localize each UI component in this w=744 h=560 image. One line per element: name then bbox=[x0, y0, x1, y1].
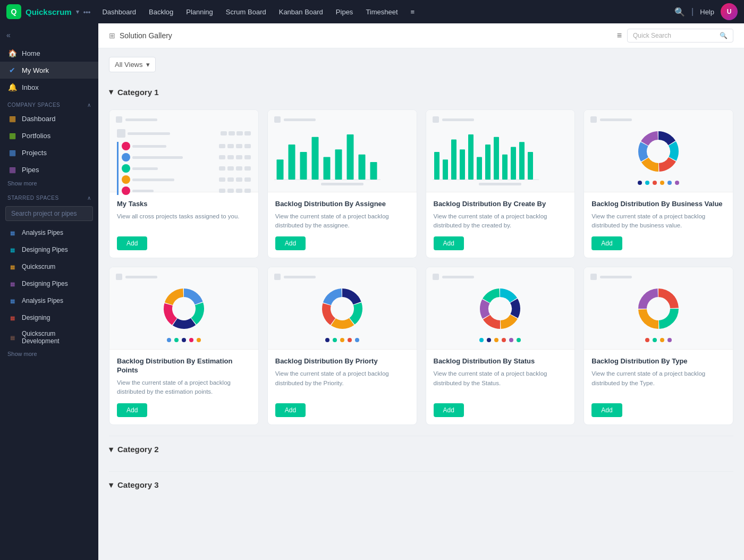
card-body: Backlog Distribution By Priorty View the… bbox=[268, 350, 417, 424]
sidebar-item-pipes[interactable]: ▦ Pipes bbox=[0, 161, 98, 178]
svg-rect-13 bbox=[451, 139, 456, 180]
card-title: Backlog Distribution By Estimation Point… bbox=[117, 357, 251, 375]
all-views-dropdown[interactable]: All Views ▾ bbox=[109, 57, 156, 72]
svg-rect-4 bbox=[311, 137, 318, 180]
card-my-tasks: My Tasks View all cross projects tasks a… bbox=[109, 109, 259, 258]
card-add-button[interactable]: Add bbox=[434, 236, 464, 250]
pipes-icon: ▦ bbox=[7, 165, 17, 174]
svg-rect-12 bbox=[443, 159, 448, 180]
svg-rect-3 bbox=[300, 152, 307, 180]
card-title: My Tasks bbox=[117, 200, 251, 209]
nav-right: 🔍 | Help U bbox=[674, 3, 738, 20]
sidebar-collapse-btn[interactable]: « bbox=[5, 30, 12, 40]
sidebar-item-portfolios[interactable]: ▦ Portfolios bbox=[0, 127, 98, 144]
card-body: Backlog Distribution By Status View the … bbox=[426, 350, 575, 424]
dropdown-arrow-icon[interactable]: ▾ bbox=[76, 9, 79, 15]
category-2-header[interactable]: ▾ Category 2 bbox=[109, 438, 733, 461]
svg-rect-17 bbox=[485, 145, 491, 180]
nav-kanban-board[interactable]: Kanban Board bbox=[274, 5, 328, 19]
main-content: ⊞ Solution Gallery ≡ Quick Search 🔍 All … bbox=[98, 23, 744, 560]
card-description: View the current state of a project back… bbox=[591, 369, 725, 396]
svg-rect-22 bbox=[528, 152, 533, 180]
logo-icon: Q bbox=[6, 4, 21, 19]
sidebar-item-projects[interactable]: ▦ Projects bbox=[0, 144, 98, 161]
card-backlog-business-value: Backlog Distribution By Business Value V… bbox=[584, 109, 733, 258]
svg-rect-2 bbox=[288, 145, 295, 180]
nav-pipes[interactable]: Pipes bbox=[331, 5, 359, 19]
nav-timesheet[interactable]: Timesheet bbox=[360, 5, 403, 19]
category-1-label: Category 1 bbox=[117, 88, 159, 97]
sidebar-item-designing-pipes2[interactable]: ▦ Designing Pipes bbox=[0, 275, 98, 292]
card-add-button[interactable]: Add bbox=[117, 236, 147, 250]
nav-scrum-board[interactable]: Scrum Board bbox=[221, 5, 272, 19]
sidebar-item-mywork[interactable]: ✔ My Work bbox=[0, 62, 98, 79]
content-header-left: ⊞ Solution Gallery bbox=[109, 31, 172, 40]
card-add-button[interactable]: Add bbox=[591, 236, 622, 250]
svg-rect-14 bbox=[460, 149, 465, 180]
card-add-button[interactable]: Add bbox=[117, 403, 147, 417]
quick-search-box[interactable]: Quick Search 🔍 bbox=[627, 29, 733, 43]
quickscrum-icon: ▦ bbox=[7, 262, 17, 271]
sidebar-item-dashboard[interactable]: ▦ Dashboard bbox=[0, 110, 98, 127]
card-preview-donut bbox=[426, 267, 575, 350]
card-add-button[interactable]: Add bbox=[275, 236, 306, 250]
preview-header bbox=[274, 116, 410, 123]
card-backlog-status: Backlog Distribution By Status View the … bbox=[426, 267, 576, 425]
category-3-header[interactable]: ▾ Category 3 bbox=[109, 474, 733, 496]
top-navigation: Q Quickscrum ▾ ••• Dashboard Backlog Pla… bbox=[0, 0, 744, 23]
starred-spaces-show-more[interactable]: Show more bbox=[0, 349, 98, 359]
svg-rect-7 bbox=[346, 134, 353, 180]
chevron-up-icon[interactable]: ∧ bbox=[87, 102, 91, 108]
svg-rect-8 bbox=[358, 155, 365, 180]
card-title: Backlog Distribution By Assignee bbox=[275, 200, 409, 209]
nav-menu-icon[interactable]: ≡ bbox=[405, 5, 420, 19]
card-preview-bar bbox=[268, 110, 417, 192]
nav-backlog[interactable]: Backlog bbox=[143, 5, 179, 19]
sidebar-item-designing-pipes[interactable]: ▦ Designing Pipes bbox=[0, 241, 98, 258]
starred-chevron-icon[interactable]: ∧ bbox=[87, 195, 91, 201]
card-add-button[interactable]: Add bbox=[275, 403, 306, 417]
nav-planning[interactable]: Planning bbox=[181, 5, 218, 19]
sidebar: « 🏠 Home ✔ My Work 🔔 Inbox Company Space… bbox=[0, 23, 98, 560]
card-body: Backlog Distribution By Business Value V… bbox=[584, 192, 733, 258]
sidebar-item-quickscrum-dev[interactable]: ▦ Quickscrum Development bbox=[0, 326, 98, 349]
card-preview-donut bbox=[109, 267, 258, 350]
card-description: View the current state of a project back… bbox=[434, 212, 568, 231]
content-header-right: ≡ Quick Search 🔍 bbox=[617, 29, 733, 43]
sidebar-item-designing[interactable]: ▦ Designing bbox=[0, 309, 98, 326]
menu-icon[interactable]: ≡ bbox=[617, 31, 622, 40]
category-3-chevron-icon: ▾ bbox=[109, 480, 113, 490]
company-spaces-show-more[interactable]: Show more bbox=[0, 178, 98, 189]
category-1-header[interactable]: ▾ Category 1 bbox=[109, 81, 733, 101]
sidebar-item-home[interactable]: 🏠 Home bbox=[0, 45, 98, 62]
starred-search-input[interactable]: Search project or pipes bbox=[5, 206, 93, 221]
preview-header bbox=[274, 274, 410, 280]
svg-rect-19 bbox=[502, 155, 508, 180]
card-title: Backlog Distribution By Priorty bbox=[275, 357, 409, 366]
card-preview-donut bbox=[584, 267, 733, 350]
analysis-pipes2-icon: ▦ bbox=[7, 296, 17, 306]
sidebar-item-quickscrum[interactable]: ▦ Quickscrum bbox=[0, 258, 98, 275]
avatar[interactable]: U bbox=[721, 3, 738, 20]
category-1-section: ▾ Category 1 bbox=[109, 81, 733, 425]
svg-rect-11 bbox=[434, 152, 439, 180]
card-add-button[interactable]: Add bbox=[434, 403, 464, 417]
preview-header bbox=[590, 274, 726, 280]
logo-area[interactable]: Q Quickscrum ▾ ••• bbox=[6, 4, 90, 19]
sidebar-item-analysis-pipes[interactable]: ▦ Analysis Pipes bbox=[0, 224, 98, 241]
sidebar-item-inbox[interactable]: 🔔 Inbox bbox=[0, 79, 98, 96]
card-backlog-type: Backlog Distribution By Type View the cu… bbox=[584, 267, 733, 425]
card-preview-donut bbox=[268, 267, 417, 350]
sidebar-item-analysis-pipes2[interactable]: ▦ Analysis Pipes bbox=[0, 292, 98, 309]
more-options-icon[interactable]: ••• bbox=[83, 8, 91, 16]
filter-bar: All Views ▾ bbox=[109, 57, 733, 72]
category-2-section: ▾ Category 2 bbox=[109, 438, 733, 461]
help-label[interactable]: Help bbox=[700, 8, 714, 16]
app-name: Quickscrum bbox=[26, 7, 72, 16]
nav-dashboard[interactable]: Dashboard bbox=[97, 5, 141, 19]
search-icon[interactable]: 🔍 bbox=[674, 7, 685, 17]
analysis-pipes-icon: ▦ bbox=[7, 228, 17, 237]
card-add-button[interactable]: Add bbox=[591, 403, 622, 417]
card-backlog-estimation: Backlog Distribution By Estimation Point… bbox=[109, 267, 259, 425]
quickscrum-dev-icon: ▦ bbox=[7, 333, 17, 342]
